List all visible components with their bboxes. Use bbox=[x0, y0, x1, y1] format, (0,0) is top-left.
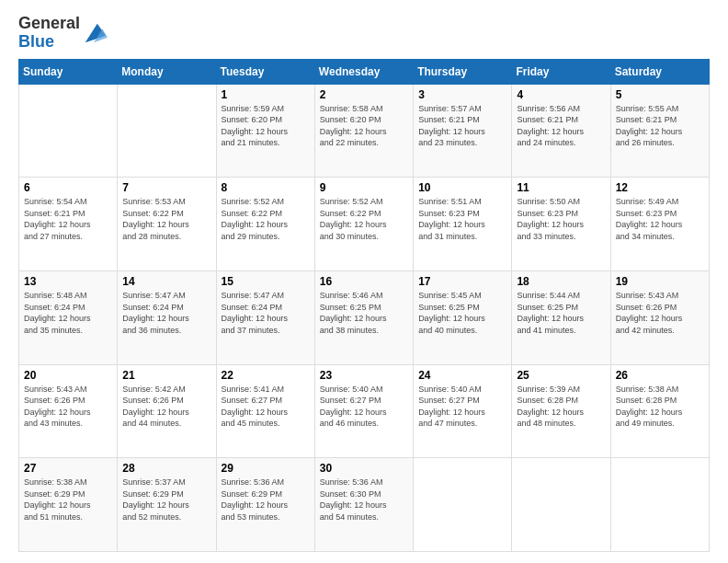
day-number: 6 bbox=[24, 181, 112, 194]
day-info: Sunrise: 5:58 AMSunset: 6:20 PMDaylight:… bbox=[320, 103, 408, 149]
day-info: Sunrise: 5:50 AMSunset: 6:23 PMDaylight:… bbox=[517, 196, 605, 242]
calendar-day-header: Sunday bbox=[19, 59, 118, 84]
logo-text: General Blue bbox=[18, 15, 80, 52]
calendar-cell: 24Sunrise: 5:40 AMSunset: 6:27 PMDayligh… bbox=[414, 364, 512, 458]
day-number: 1 bbox=[222, 88, 310, 101]
day-number: 3 bbox=[418, 88, 506, 101]
day-info: Sunrise: 5:45 AMSunset: 6:25 PMDaylight:… bbox=[418, 290, 506, 336]
day-info: Sunrise: 5:36 AMSunset: 6:30 PMDaylight:… bbox=[320, 477, 408, 523]
day-number: 8 bbox=[222, 181, 310, 194]
day-info: Sunrise: 5:56 AMSunset: 6:21 PMDaylight:… bbox=[517, 103, 605, 149]
calendar-cell: 19Sunrise: 5:43 AMSunset: 6:26 PMDayligh… bbox=[610, 270, 709, 364]
day-number: 17 bbox=[418, 275, 506, 288]
day-info: Sunrise: 5:57 AMSunset: 6:21 PMDaylight:… bbox=[418, 103, 506, 149]
calendar-cell: 25Sunrise: 5:39 AMSunset: 6:28 PMDayligh… bbox=[512, 364, 610, 458]
calendar-cell: 7Sunrise: 5:53 AMSunset: 6:22 PMDaylight… bbox=[118, 178, 216, 271]
calendar-cell: 26Sunrise: 5:38 AMSunset: 6:28 PMDayligh… bbox=[610, 364, 709, 458]
calendar-day-header: Monday bbox=[118, 59, 216, 84]
page: General Blue SundayMondayTuesdayWednesda… bbox=[0, 0, 728, 563]
day-info: Sunrise: 5:48 AMSunset: 6:24 PMDaylight:… bbox=[24, 290, 112, 336]
day-info: Sunrise: 5:53 AMSunset: 6:22 PMDaylight:… bbox=[122, 196, 210, 242]
day-info: Sunrise: 5:47 AMSunset: 6:24 PMDaylight:… bbox=[222, 290, 310, 336]
day-info: Sunrise: 5:37 AMSunset: 6:29 PMDaylight:… bbox=[122, 477, 210, 523]
day-info: Sunrise: 5:42 AMSunset: 6:26 PMDaylight:… bbox=[122, 384, 210, 430]
day-number: 2 bbox=[320, 88, 408, 101]
calendar-cell: 22Sunrise: 5:41 AMSunset: 6:27 PMDayligh… bbox=[216, 364, 314, 458]
calendar-week-row: 1Sunrise: 5:59 AMSunset: 6:20 PMDaylight… bbox=[19, 84, 710, 178]
day-number: 28 bbox=[122, 462, 210, 475]
day-number: 4 bbox=[517, 88, 605, 101]
calendar-cell: 16Sunrise: 5:46 AMSunset: 6:25 PMDayligh… bbox=[314, 270, 413, 364]
calendar-cell: 27Sunrise: 5:38 AMSunset: 6:29 PMDayligh… bbox=[19, 458, 118, 552]
calendar-cell: 5Sunrise: 5:55 AMSunset: 6:21 PMDaylight… bbox=[610, 84, 709, 178]
calendar-cell: 18Sunrise: 5:44 AMSunset: 6:25 PMDayligh… bbox=[512, 270, 610, 364]
calendar-week-row: 6Sunrise: 5:54 AMSunset: 6:21 PMDaylight… bbox=[19, 178, 710, 271]
calendar-cell: 4Sunrise: 5:56 AMSunset: 6:21 PMDaylight… bbox=[512, 84, 610, 178]
calendar-cell: 14Sunrise: 5:47 AMSunset: 6:24 PMDayligh… bbox=[118, 270, 216, 364]
calendar-cell: 6Sunrise: 5:54 AMSunset: 6:21 PMDaylight… bbox=[19, 178, 118, 271]
day-number: 23 bbox=[320, 369, 408, 382]
day-number: 25 bbox=[517, 369, 605, 382]
calendar-cell bbox=[118, 84, 216, 178]
day-number: 21 bbox=[122, 369, 210, 382]
calendar-cell: 30Sunrise: 5:36 AMSunset: 6:30 PMDayligh… bbox=[314, 458, 413, 552]
day-number: 5 bbox=[616, 88, 704, 101]
calendar-cell: 8Sunrise: 5:52 AMSunset: 6:22 PMDaylight… bbox=[216, 178, 314, 271]
calendar-day-header: Thursday bbox=[414, 59, 512, 84]
day-info: Sunrise: 5:40 AMSunset: 6:27 PMDaylight:… bbox=[418, 384, 506, 430]
day-number: 14 bbox=[122, 275, 210, 288]
day-info: Sunrise: 5:52 AMSunset: 6:22 PMDaylight:… bbox=[320, 196, 408, 242]
calendar-cell: 23Sunrise: 5:40 AMSunset: 6:27 PMDayligh… bbox=[314, 364, 413, 458]
day-number: 26 bbox=[616, 369, 704, 382]
day-number: 18 bbox=[517, 275, 605, 288]
logo: General Blue bbox=[18, 15, 108, 52]
calendar-week-row: 27Sunrise: 5:38 AMSunset: 6:29 PMDayligh… bbox=[19, 458, 710, 552]
day-number: 16 bbox=[320, 275, 408, 288]
calendar-cell: 20Sunrise: 5:43 AMSunset: 6:26 PMDayligh… bbox=[19, 364, 118, 458]
calendar-cell: 15Sunrise: 5:47 AMSunset: 6:24 PMDayligh… bbox=[216, 270, 314, 364]
day-info: Sunrise: 5:46 AMSunset: 6:25 PMDaylight:… bbox=[320, 290, 408, 336]
day-info: Sunrise: 5:43 AMSunset: 6:26 PMDaylight:… bbox=[24, 384, 112, 430]
day-info: Sunrise: 5:49 AMSunset: 6:23 PMDaylight:… bbox=[616, 196, 704, 242]
day-number: 7 bbox=[122, 181, 210, 194]
calendar-day-header: Saturday bbox=[610, 59, 709, 84]
day-info: Sunrise: 5:38 AMSunset: 6:28 PMDaylight:… bbox=[616, 384, 704, 430]
day-number: 13 bbox=[24, 275, 112, 288]
logo-general: General bbox=[18, 14, 80, 32]
day-info: Sunrise: 5:44 AMSunset: 6:25 PMDaylight:… bbox=[517, 290, 605, 336]
day-number: 10 bbox=[418, 181, 506, 194]
day-number: 11 bbox=[517, 181, 605, 194]
day-info: Sunrise: 5:38 AMSunset: 6:29 PMDaylight:… bbox=[24, 477, 112, 523]
header: General Blue bbox=[18, 15, 710, 52]
day-info: Sunrise: 5:52 AMSunset: 6:22 PMDaylight:… bbox=[222, 196, 310, 242]
day-info: Sunrise: 5:43 AMSunset: 6:26 PMDaylight:… bbox=[616, 290, 704, 336]
day-info: Sunrise: 5:41 AMSunset: 6:27 PMDaylight:… bbox=[222, 384, 310, 430]
calendar-cell: 13Sunrise: 5:48 AMSunset: 6:24 PMDayligh… bbox=[19, 270, 118, 364]
day-info: Sunrise: 5:54 AMSunset: 6:21 PMDaylight:… bbox=[24, 196, 112, 242]
calendar-week-row: 20Sunrise: 5:43 AMSunset: 6:26 PMDayligh… bbox=[19, 364, 710, 458]
calendar-cell: 2Sunrise: 5:58 AMSunset: 6:20 PMDaylight… bbox=[314, 84, 413, 178]
logo-blue: Blue bbox=[18, 32, 54, 51]
day-info: Sunrise: 5:59 AMSunset: 6:20 PMDaylight:… bbox=[222, 103, 310, 149]
day-info: Sunrise: 5:51 AMSunset: 6:23 PMDaylight:… bbox=[418, 196, 506, 242]
calendar-table: SundayMondayTuesdayWednesdayThursdayFrid… bbox=[18, 59, 710, 552]
day-number: 20 bbox=[24, 369, 112, 382]
calendar-cell bbox=[610, 458, 709, 552]
calendar-cell: 3Sunrise: 5:57 AMSunset: 6:21 PMDaylight… bbox=[414, 84, 512, 178]
calendar-cell: 21Sunrise: 5:42 AMSunset: 6:26 PMDayligh… bbox=[118, 364, 216, 458]
day-number: 22 bbox=[222, 369, 310, 382]
day-number: 30 bbox=[320, 462, 408, 475]
day-info: Sunrise: 5:55 AMSunset: 6:21 PMDaylight:… bbox=[616, 103, 704, 149]
calendar-header-row: SundayMondayTuesdayWednesdayThursdayFrid… bbox=[19, 59, 710, 84]
calendar-cell: 11Sunrise: 5:50 AMSunset: 6:23 PMDayligh… bbox=[512, 178, 610, 271]
calendar-cell: 9Sunrise: 5:52 AMSunset: 6:22 PMDaylight… bbox=[314, 178, 413, 271]
calendar-cell: 29Sunrise: 5:36 AMSunset: 6:29 PMDayligh… bbox=[216, 458, 314, 552]
calendar-cell: 10Sunrise: 5:51 AMSunset: 6:23 PMDayligh… bbox=[414, 178, 512, 271]
day-info: Sunrise: 5:40 AMSunset: 6:27 PMDaylight:… bbox=[320, 384, 408, 430]
calendar-cell: 12Sunrise: 5:49 AMSunset: 6:23 PMDayligh… bbox=[610, 178, 709, 271]
day-number: 24 bbox=[418, 369, 506, 382]
day-number: 29 bbox=[222, 462, 310, 475]
day-info: Sunrise: 5:39 AMSunset: 6:28 PMDaylight:… bbox=[517, 384, 605, 430]
calendar-day-header: Wednesday bbox=[314, 59, 413, 84]
calendar-cell bbox=[414, 458, 512, 552]
